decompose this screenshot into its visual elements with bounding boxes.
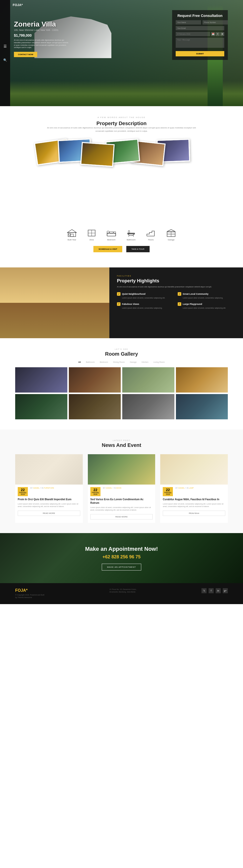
date-day-2: 22 bbox=[92, 488, 99, 492]
bed-icon bbox=[106, 229, 116, 237]
submit-button[interactable]: SUBMIT bbox=[176, 51, 224, 56]
highlights-info: FACILITIES Property Highlights At vero e… bbox=[109, 268, 243, 338]
property-desc-subtitle: A FEW WORDS ABOUT THE HOUSE bbox=[15, 116, 228, 119]
email-input[interactable] bbox=[176, 26, 224, 30]
message-input[interactable] bbox=[176, 38, 224, 48]
calendar-icon[interactable]: 📅 bbox=[211, 32, 215, 36]
footer-address: Jl. Pinus No. 13, Dasarmen Kulon, Arcama… bbox=[109, 588, 136, 593]
appointment-phone: +62 828 256 96 75 bbox=[15, 554, 228, 560]
filter-living[interactable]: Living Room bbox=[153, 361, 165, 363]
appointment-section: Make an Appointment Now! +62 828 256 96 … bbox=[0, 533, 243, 583]
search-icon[interactable]: 🔍 bbox=[3, 58, 7, 62]
news-body-1: Lorem ipsum dolor sit amet, consectetur … bbox=[15, 503, 83, 510]
footer-copyright: © Copyright 2018. Powered and Built by T… bbox=[15, 594, 44, 599]
consultation-form: Request Free Consultation 📅 ≡ ⊞ SUBMIT bbox=[172, 10, 228, 60]
filter-garage[interactable]: Garage bbox=[130, 361, 137, 363]
amenity-bathroom: Bathroom bbox=[127, 229, 136, 241]
news-image-3 bbox=[160, 454, 228, 485]
gallery-thumb-1[interactable] bbox=[15, 367, 68, 393]
highlight-desc-0: Lorem ipsum dolor sit amet, consectetur … bbox=[117, 297, 175, 299]
hero-price: $1,799,000 bbox=[14, 33, 70, 37]
linkedin-icon[interactable]: in bbox=[216, 588, 221, 593]
gallery-thumb-2[interactable] bbox=[69, 367, 121, 393]
list-icon[interactable]: ≡ bbox=[216, 32, 220, 36]
property-desc-body: At vero eos et accusamus et iusto odio d… bbox=[46, 126, 197, 133]
filter-bedroom[interactable]: Bedroom bbox=[100, 361, 108, 363]
gallery-thumb-5[interactable] bbox=[15, 394, 68, 419]
news-date-block-1: 22 February 2018 BY DANIEL + IN FURNITUR… bbox=[15, 485, 83, 498]
amenity-label-4: Floors bbox=[148, 239, 154, 241]
svg-line-15 bbox=[129, 236, 129, 237]
menu-icon[interactable]: ☰ bbox=[3, 44, 7, 48]
highlight-desc-1: Lorem ipsum dolor sit amet, consectetur … bbox=[178, 297, 236, 299]
gallery-thumb-7[interactable] bbox=[122, 394, 174, 419]
take-tour-button[interactable]: TAKE A TOUR bbox=[126, 246, 150, 252]
appointment-title: Make an Appointment Now! bbox=[15, 546, 228, 552]
news-grid: 22 February 2018 BY DANIEL + IN FURNITUR… bbox=[15, 454, 228, 523]
highlight-item-0: ✓ Quiet Neighbourhood Lorem ipsum dolor … bbox=[117, 292, 175, 299]
property-desc-title: Property Description bbox=[15, 121, 228, 126]
news-title: News And Event bbox=[15, 442, 228, 448]
news-card-2: 22 February 2018 BY DANIEL + IN BOOK Sed… bbox=[88, 454, 155, 523]
highlights-description: At vero eos et accusamus et iusto odio d… bbox=[117, 286, 236, 288]
date-day-1: 22 bbox=[19, 488, 26, 492]
date-box-2: 22 February 2018 bbox=[90, 487, 101, 496]
filter-bathroom[interactable]: Bathroom bbox=[86, 361, 94, 363]
gallery-title: Room Gallery bbox=[15, 351, 228, 357]
date-input[interactable] bbox=[176, 32, 210, 36]
check-icon-3: ✓ bbox=[178, 302, 181, 306]
svg-line-16 bbox=[133, 236, 134, 237]
grid-icon[interactable]: ⊞ bbox=[220, 32, 224, 36]
gallery-photo-3[interactable] bbox=[80, 142, 115, 167]
svg-rect-2 bbox=[70, 234, 74, 237]
gallery-thumb-3[interactable] bbox=[122, 367, 174, 393]
highlights-interior-photo bbox=[0, 268, 109, 338]
filter-all[interactable]: All bbox=[78, 361, 81, 363]
highlight-item-3: ✓ Large Playground Lorem ipsum dolor sit… bbox=[178, 302, 236, 309]
googleplus-icon[interactable]: g+ bbox=[223, 588, 228, 593]
email-row bbox=[176, 26, 224, 30]
appointment-button[interactable]: MAKE AN APPOINTMENT bbox=[102, 564, 141, 570]
svg-marker-1 bbox=[68, 229, 76, 232]
filter-kitchen[interactable]: Kitchen bbox=[142, 361, 148, 363]
twitter-icon[interactable]: 𝕏 bbox=[201, 588, 207, 593]
gallery-grid bbox=[15, 367, 228, 419]
highlight-item-2: ✓ Fabulous Views Lorem ipsum dolor sit a… bbox=[117, 302, 175, 309]
hero-content: Zoneria Villa 195, Near Shimmer Lake, Ne… bbox=[14, 20, 70, 57]
news-meta-3: BY DANIEL + IN LAMP bbox=[176, 487, 194, 489]
name-input[interactable] bbox=[176, 20, 201, 25]
house-icon bbox=[67, 229, 77, 237]
check-icon-2: ✓ bbox=[117, 302, 120, 306]
amenity-area: Area bbox=[87, 229, 96, 241]
name-phone-row bbox=[176, 20, 224, 25]
facebook-icon[interactable]: f bbox=[209, 588, 214, 593]
bath-icon bbox=[127, 229, 136, 237]
room-gallery-section: LET'S SEE Room Gallery All Bathroom Bedr… bbox=[0, 338, 243, 429]
news-meta-2: BY DANIEL + IN BOOK bbox=[103, 487, 122, 489]
date-day-3: 22 bbox=[164, 488, 171, 492]
read-more-button-1[interactable]: READ MORE bbox=[18, 510, 80, 516]
logo: FOJA* bbox=[13, 3, 23, 7]
schedule-visit-button[interactable]: SCHEDULE A VISIT bbox=[93, 246, 122, 252]
phone-input[interactable] bbox=[202, 20, 228, 25]
news-card-1: 22 February 2018 BY DANIEL + IN FURNITUR… bbox=[15, 454, 83, 523]
gallery-tag: LET'S SEE bbox=[15, 348, 228, 350]
filter-dining[interactable]: Dining Room bbox=[113, 361, 125, 363]
gallery-thumb-4[interactable] bbox=[176, 367, 228, 393]
gallery-thumb-6[interactable] bbox=[69, 394, 121, 419]
amenity-garage: Garage bbox=[166, 229, 176, 241]
gallery-thumb-8[interactable] bbox=[176, 394, 228, 419]
news-card-3: 22 February 2018 BY DANIEL + IN LAMP Cur… bbox=[160, 454, 228, 523]
read-more-button-3[interactable]: REAd More bbox=[163, 510, 225, 516]
date-year-2: 2018 bbox=[92, 493, 99, 495]
garage-icon bbox=[166, 229, 176, 237]
highlights-images bbox=[0, 268, 109, 338]
highlights-title: Property Highlights bbox=[117, 278, 236, 284]
hero-cta-button[interactable]: CONTACT NOW bbox=[14, 52, 37, 57]
news-title-1: Proin In Orci Quis Elit Blandit Imperdie… bbox=[15, 498, 83, 503]
highlight-title-1: ✓ Great Local Community bbox=[178, 292, 236, 296]
read-more-button-2[interactable]: READ MORE bbox=[90, 514, 153, 520]
stairs-icon bbox=[146, 229, 156, 237]
amenity-floors: Floors bbox=[146, 229, 156, 241]
svg-rect-0 bbox=[68, 232, 76, 237]
